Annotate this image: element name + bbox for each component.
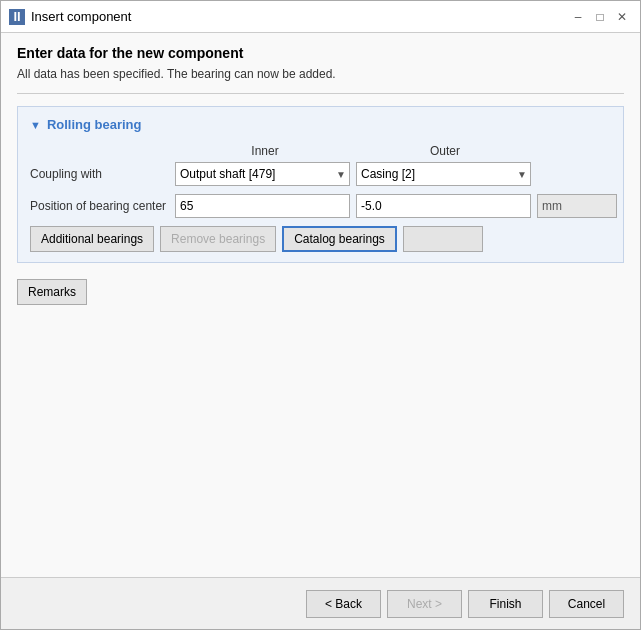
column-headers: Inner Outer bbox=[175, 144, 611, 158]
collapse-icon[interactable]: ▼ bbox=[30, 119, 41, 131]
inner-coupling-select[interactable]: Output shaft [479] bbox=[175, 162, 350, 186]
coupling-label: Coupling with bbox=[30, 167, 175, 181]
remarks-button[interactable]: Remarks bbox=[17, 279, 87, 305]
main-empty-area bbox=[17, 305, 624, 565]
window-title: Insert component bbox=[31, 9, 131, 24]
title-bar-controls: – □ ✕ bbox=[568, 7, 632, 27]
extra-button[interactable] bbox=[403, 226, 483, 252]
rolling-bearing-section: ▼ Rolling bearing Inner Outer Coupling w… bbox=[17, 106, 624, 263]
coupling-inputs: Output shaft [479] ▼ Casing [2] ▼ bbox=[175, 162, 531, 186]
finish-button[interactable]: Finish bbox=[468, 590, 543, 618]
outer-select-wrapper: Casing [2] ▼ bbox=[356, 162, 531, 186]
outer-coupling-select[interactable]: Casing [2] bbox=[356, 162, 531, 186]
cancel-button[interactable]: Cancel bbox=[549, 590, 624, 618]
main-window: II Insert component – □ ✕ Enter data for… bbox=[0, 0, 641, 630]
separator-top bbox=[17, 93, 624, 94]
inner-position-input[interactable] bbox=[175, 194, 350, 218]
dialog-footer: < Back Next > Finish Cancel bbox=[1, 577, 640, 629]
maximize-button[interactable]: □ bbox=[590, 7, 610, 27]
close-button[interactable]: ✕ bbox=[612, 7, 632, 27]
dialog-status: All data has been specified. The bearing… bbox=[17, 67, 624, 81]
outer-position-input[interactable] bbox=[356, 194, 531, 218]
additional-bearings-button[interactable]: Additional bearings bbox=[30, 226, 154, 252]
title-bar-left: II Insert component bbox=[9, 9, 131, 25]
unit-label: mm bbox=[537, 194, 617, 218]
title-bar: II Insert component – □ ✕ bbox=[1, 1, 640, 33]
position-label: Position of bearing center bbox=[30, 199, 175, 213]
back-button[interactable]: < Back bbox=[306, 590, 381, 618]
next-button[interactable]: Next > bbox=[387, 590, 462, 618]
remove-bearings-button[interactable]: Remove bearings bbox=[160, 226, 276, 252]
minimize-button[interactable]: – bbox=[568, 7, 588, 27]
window-icon: II bbox=[9, 9, 25, 25]
dialog-content: Enter data for the new component All dat… bbox=[1, 33, 640, 577]
position-inputs: mm bbox=[175, 194, 617, 218]
bearing-button-row: Additional bearings Remove bearings Cata… bbox=[30, 226, 611, 252]
outer-header: Outer bbox=[355, 144, 535, 158]
inner-select-wrapper: Output shaft [479] ▼ bbox=[175, 162, 350, 186]
coupling-row: Coupling with Output shaft [479] ▼ Casin… bbox=[30, 162, 611, 186]
catalog-bearings-button[interactable]: Catalog bearings bbox=[282, 226, 397, 252]
remarks-section: Remarks bbox=[17, 279, 624, 305]
dialog-title: Enter data for the new component bbox=[17, 45, 624, 61]
position-row: Position of bearing center mm bbox=[30, 194, 611, 218]
inner-header: Inner bbox=[175, 144, 355, 158]
section-header: ▼ Rolling bearing bbox=[30, 117, 611, 132]
section-title: Rolling bearing bbox=[47, 117, 142, 132]
